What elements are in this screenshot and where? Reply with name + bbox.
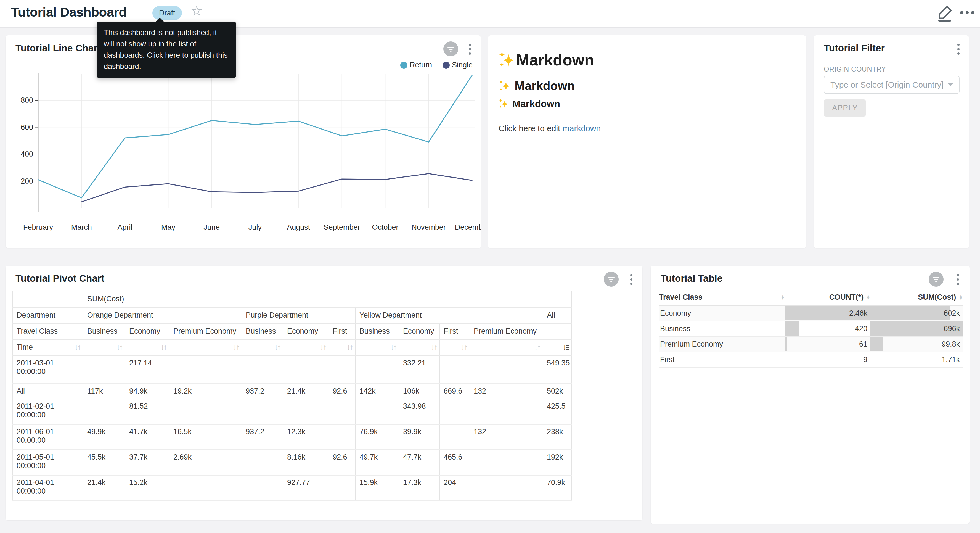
pivot-value-cell[interactable]: 39.9k — [399, 424, 440, 450]
pivot-col-header[interactable]: Business — [83, 323, 125, 340]
pivot-sort-cell[interactable]: ↓↑ — [440, 340, 470, 356]
sort-icon[interactable]: ▲▼ — [781, 295, 784, 300]
pivot-value-cell[interactable] — [83, 399, 125, 424]
pivot-value-cell[interactable]: 12.3k — [283, 424, 329, 450]
chart-menu-icon[interactable] — [630, 274, 632, 285]
pivot-value-cell[interactable] — [242, 356, 283, 384]
pivot-value-cell[interactable] — [283, 399, 329, 424]
pivot-value-cell[interactable] — [170, 356, 242, 384]
pivot-value-cell[interactable] — [440, 424, 470, 450]
pivot-col-header[interactable]: Economy — [399, 323, 440, 340]
pivot-value-cell[interactable] — [470, 450, 543, 475]
apply-button[interactable]: APPLY — [824, 99, 866, 116]
filter-menu-icon[interactable] — [957, 44, 959, 55]
sort-icon[interactable]: ▲▼ — [866, 295, 870, 300]
pivot-sort-cell[interactable]: ↓↑ — [242, 340, 283, 356]
cross-filter-icon[interactable] — [929, 272, 943, 287]
cross-filter-icon[interactable] — [604, 272, 619, 287]
pivot-sort-cell[interactable]: ↓↑ — [125, 340, 170, 356]
pivot-value-cell[interactable]: 45.5k — [83, 450, 125, 475]
pivot-value-cell[interactable]: 49.7k — [356, 450, 399, 475]
pivot-value-cell[interactable] — [329, 475, 356, 501]
data-table[interactable]: Travel Class▲▼ COUNT(*)▲▼ SUM(Cost)▲▼ Ec… — [659, 289, 963, 367]
pivot-col-header[interactable]: Economy — [125, 323, 170, 340]
sort-icon[interactable]: ↓↑ — [161, 343, 167, 351]
table-row[interactable]: First 9 1.71k — [659, 352, 963, 367]
pivot-row-label[interactable]: All — [13, 384, 83, 399]
sort-icon[interactable]: ↓↑ — [347, 343, 353, 351]
series-single[interactable] — [81, 174, 472, 202]
table-row[interactable]: Business 420 696k — [659, 321, 963, 337]
pivot-value-cell[interactable]: 106k — [399, 384, 440, 399]
table-row[interactable]: Premium Economy 61 99.8k — [659, 337, 963, 352]
pivot-value-cell[interactable]: 8.16k — [283, 450, 329, 475]
pivot-value-cell[interactable] — [329, 399, 356, 424]
pivot-value-cell[interactable]: 425.5 — [543, 399, 572, 424]
pivot-col-header[interactable]: Business — [356, 323, 399, 340]
pivot-value-cell[interactable] — [470, 356, 543, 384]
pivot-value-cell[interactable]: 669.6 — [440, 384, 470, 399]
sort-icon[interactable]: ↓↑ — [75, 343, 80, 351]
pivot-row-label[interactable]: 2011-06-0100:00:00 — [13, 424, 83, 450]
pivot-col-header[interactable]: Economy — [283, 323, 329, 340]
origin-country-select[interactable]: Type or Select [Origin Country] — [824, 76, 959, 94]
pivot-value-cell[interactable]: 47.7k — [399, 450, 440, 475]
pivot-col-header[interactable] — [543, 323, 572, 340]
pivot-value-cell[interactable]: 16.5k — [170, 424, 242, 450]
pivot-sort-cell[interactable]: ↓↑ — [83, 340, 125, 356]
pivot-value-cell[interactable]: 332.21 — [399, 356, 440, 384]
pivot-value-cell[interactable]: 927.77 — [283, 475, 329, 501]
pivot-sort-cell[interactable]: ↓↑ — [470, 340, 543, 356]
pivot-value-cell[interactable] — [242, 475, 283, 501]
sort-icon[interactable]: ↓↑ — [320, 343, 326, 351]
pivot-col-header[interactable]: First — [440, 323, 470, 340]
pivot-group-header[interactable]: Yellow Department — [356, 307, 543, 323]
pivot-sort-cell[interactable]: ↓ — [543, 340, 572, 356]
pivot-time-header[interactable]: Time↓↑ — [13, 340, 83, 356]
pivot-value-cell[interactable]: 549.35 — [543, 356, 572, 384]
pivot-value-cell[interactable] — [242, 399, 283, 424]
pivot-row-label[interactable]: 2011-04-0100:00:00 — [13, 475, 83, 501]
pivot-value-cell[interactable]: 17.3k — [399, 475, 440, 501]
pivot-value-cell[interactable] — [440, 399, 470, 424]
pivot-value-cell[interactable]: 49.9k — [83, 424, 125, 450]
pivot-value-cell[interactable]: 238k — [543, 424, 572, 450]
pivot-row-label[interactable]: 2011-03-0100:00:00 — [13, 356, 83, 384]
pivot-sort-cell[interactable]: ↓↑ — [399, 340, 440, 356]
col-count[interactable]: COUNT(*)▲▼ — [784, 289, 870, 305]
pivot-group-header[interactable]: Orange Department — [83, 307, 242, 323]
pivot-value-cell[interactable] — [440, 356, 470, 384]
pivot-col-header[interactable]: Premium Economy — [170, 323, 242, 340]
pivot-value-cell[interactable] — [356, 399, 399, 424]
sort-icon[interactable]: ↓↑ — [116, 343, 122, 351]
sort-icon[interactable]: ↓↑ — [431, 343, 437, 351]
pivot-col-header[interactable]: First — [329, 323, 356, 340]
pivot-value-cell[interactable]: 937.2 — [242, 384, 283, 399]
pivot-sort-cell[interactable]: ↓↑ — [170, 340, 242, 356]
pivot-value-cell[interactable]: 502k — [543, 384, 572, 399]
pivot-group-header[interactable]: All — [543, 307, 572, 323]
col-sum-cost[interactable]: SUM(Cost)▲▼ — [870, 289, 963, 305]
pivot-value-cell[interactable] — [83, 356, 125, 384]
pivot-value-cell[interactable] — [283, 356, 329, 384]
pivot-value-cell[interactable] — [170, 399, 242, 424]
pivot-value-cell[interactable] — [170, 475, 242, 501]
pivot-sort-cell[interactable]: ↓↑ — [329, 340, 356, 356]
pivot-value-cell[interactable] — [329, 424, 356, 450]
chart-menu-icon[interactable] — [957, 274, 959, 285]
sort-icon[interactable]: ↓↑ — [461, 343, 467, 351]
pivot-value-cell[interactable]: 41.7k — [125, 424, 170, 450]
pivot-value-cell[interactable]: 76.9k — [356, 424, 399, 450]
pivot-value-cell[interactable]: 15.2k — [125, 475, 170, 501]
pivot-value-cell[interactable]: 21.4k — [83, 475, 125, 501]
sort-icon[interactable]: ↓↑ — [233, 343, 239, 351]
pivot-value-cell[interactable]: 2.69k — [170, 450, 242, 475]
pivot-value-cell[interactable]: 37.7k — [125, 450, 170, 475]
pivot-value-cell[interactable]: 94.9k — [125, 384, 170, 399]
pivot-value-cell[interactable]: 21.4k — [283, 384, 329, 399]
table-row[interactable]: Economy 2.46k 602k — [659, 305, 963, 321]
sort-icon[interactable]: ↓↑ — [534, 343, 540, 351]
pivot-group-header[interactable]: Purple Department — [242, 307, 356, 323]
col-travel-class[interactable]: Travel Class▲▼ — [659, 289, 784, 305]
pivot-value-cell[interactable]: 15.9k — [356, 475, 399, 501]
